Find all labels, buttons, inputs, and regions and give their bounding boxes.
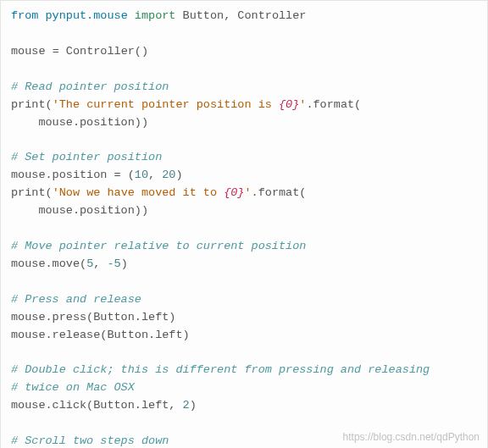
line-6: print('The current pointer position is {…	[11, 98, 361, 111]
line-9: # Set pointer position	[11, 151, 162, 163]
import-names: Button, Controller	[183, 9, 307, 22]
line-22: # twice on Mac OSX	[11, 381, 135, 394]
line-23: mouse.click(Button.left, 2)	[11, 399, 197, 412]
line-5: # Read pointer position	[11, 80, 169, 93]
line-1: from pynput.mouse import Button, Control…	[11, 9, 306, 22]
line-3: mouse = Controller()	[11, 45, 148, 58]
keyword-import: import	[135, 9, 176, 22]
keyword-from: from	[11, 9, 38, 22]
line-10: mouse.position = (10, 20)	[11, 169, 183, 181]
line-12: mouse.position))	[11, 204, 148, 217]
line-7: mouse.position))	[11, 116, 148, 129]
line-14: # Move pointer relative to current posit…	[11, 240, 306, 252]
line-11: print('Now we have moved it to {0}'.form…	[11, 186, 306, 199]
code-block: from pynput.mouse import Button, Control…	[0, 0, 488, 448]
line-19: mouse.release(Button.left)	[11, 329, 190, 341]
module-name: pynput.mouse	[46, 9, 128, 22]
line-17: # Press and release	[11, 293, 141, 306]
line-18: mouse.press(Button.left)	[11, 311, 175, 324]
line-15: mouse.move(5, -5)	[11, 257, 128, 270]
line-21: # Double click; this is different from p…	[11, 363, 430, 376]
line-25: # Scroll two steps down	[11, 434, 169, 447]
